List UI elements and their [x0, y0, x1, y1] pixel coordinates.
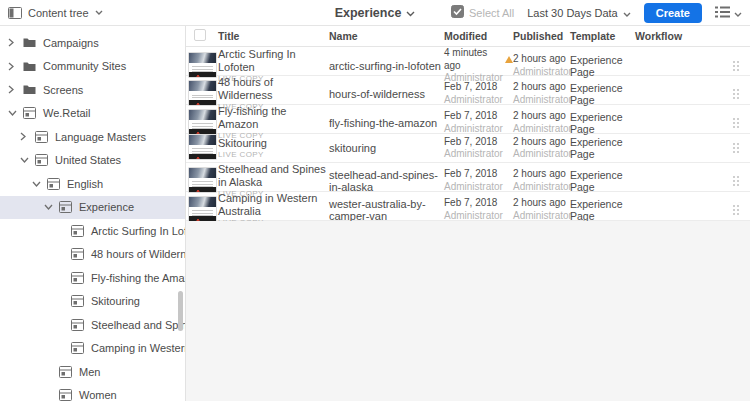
drag-handle-icon[interactable] — [732, 142, 740, 154]
top-toolbar: Content tree Experience Select All Las — [0, 0, 750, 26]
column-header-published: Published — [513, 30, 570, 42]
page-thumbnail[interactable] — [188, 80, 217, 106]
tree-item-label: Camping in Western Australia — [91, 342, 186, 354]
row-name: fly-fishing-the-amazon — [329, 117, 444, 129]
tree-item-english[interactable]: English — [0, 172, 185, 196]
row-modified-by: Administrator — [444, 123, 513, 136]
chevron-right-icon[interactable] — [20, 132, 35, 141]
tree-item-steelhead-and-spines-in-alaska[interactable]: Steelhead and Spines in Alaska — [0, 313, 185, 337]
row-published: 2 hours ago — [513, 110, 570, 123]
chevron-down-icon — [734, 7, 742, 19]
page-thumbnail[interactable] — [188, 167, 217, 193]
tree-item-label: 48 hours of Wilderness — [91, 248, 186, 260]
list-view-icon — [715, 6, 730, 20]
table-row-skitouring[interactable]: SkitouringLIVE COPYskitouringFeb 7, 2018… — [186, 134, 750, 163]
table-header: Title Name Modified Published Template W… — [186, 26, 750, 47]
row-title: Arctic Surfing In Lofoten — [218, 48, 329, 74]
chevron-right-icon[interactable] — [8, 85, 23, 94]
row-modified: Feb 7, 2018 — [444, 168, 513, 181]
sidebar-scrollbar-thumb[interactable] — [178, 291, 183, 331]
row-published: 2 hours ago — [513, 53, 570, 66]
table-row-wester-australia-by-camper-van[interactable]: Camping in Western AustraliaLIVE COPYwes… — [186, 192, 750, 221]
select-all-button[interactable]: Select All — [451, 5, 514, 20]
page-icon — [59, 201, 73, 213]
chevron-right-icon[interactable] — [8, 62, 23, 71]
row-modified: Feb 7, 2018 — [444, 136, 513, 149]
tree-item-we-retail[interactable]: We.Retail — [0, 102, 185, 126]
drag-handle-icon[interactable] — [732, 60, 740, 72]
drag-handle-icon[interactable] — [732, 204, 740, 216]
row-title: Steelhead and Spines in Alaska — [218, 163, 329, 189]
tree-item-experience[interactable]: Experience — [0, 196, 185, 220]
chevron-down-icon[interactable] — [8, 110, 23, 116]
tree-item-fly-fishing-the-amazon[interactable]: Fly-fishing the Amazon — [0, 266, 185, 290]
row-title: Fly-fishing the Amazon — [218, 105, 329, 131]
chevron-down-icon[interactable] — [44, 204, 59, 210]
row-name: arctic-surfing-in-lofoten — [329, 60, 444, 72]
tree-item-campaigns[interactable]: Campaigns — [0, 31, 185, 55]
drag-handle-icon[interactable] — [732, 88, 740, 100]
select-all-checkbox[interactable] — [194, 29, 206, 41]
column-header-workflow: Workflow — [635, 30, 722, 42]
row-modified-by: Administrator — [444, 181, 513, 194]
chevron-down-icon[interactable] — [32, 181, 47, 187]
page-icon — [71, 272, 85, 284]
tree-item-label: Steelhead and Spines in Alaska — [91, 319, 186, 331]
drag-handle-icon[interactable] — [732, 175, 740, 187]
page-thumbnail[interactable] — [188, 52, 217, 78]
content-tree-switcher[interactable]: Content tree — [8, 7, 103, 19]
page-icon — [71, 342, 85, 354]
tree-item-united-states[interactable]: United States — [0, 149, 185, 173]
tree-item-language-masters[interactable]: Language Masters — [0, 125, 185, 149]
chevron-down-icon — [623, 7, 631, 19]
tree-item-label: Language Masters — [55, 131, 146, 143]
row-published: 2 hours ago — [513, 197, 570, 210]
table-row-fly-fishing-the-amazon[interactable]: Fly-fishing the AmazonLIVE COPYfly-fishi… — [186, 105, 750, 134]
page-thumbnail[interactable] — [188, 134, 217, 160]
page-title-menu[interactable]: Experience — [335, 6, 416, 20]
tree-item-label: Screens — [43, 84, 83, 96]
folder-icon — [23, 37, 37, 48]
row-modified: Feb 7, 2018 — [444, 110, 513, 123]
row-template: Experience Page — [570, 54, 635, 78]
page-icon — [23, 107, 37, 119]
page-thumbnail[interactable] — [188, 196, 217, 222]
tree-item-men[interactable]: Men — [0, 360, 185, 384]
tree-item-label: Campaigns — [43, 37, 99, 49]
page-icon — [71, 225, 85, 237]
page-thumbnail[interactable] — [188, 109, 217, 135]
create-button[interactable]: Create — [644, 3, 702, 23]
tree-item-skitouring[interactable]: Skitouring — [0, 290, 185, 314]
page-icon — [71, 248, 85, 260]
chevron-down-icon[interactable] — [20, 157, 35, 163]
view-switcher[interactable] — [715, 6, 742, 20]
tree-item-screens[interactable]: Screens — [0, 78, 185, 102]
row-published: 2 hours ago — [513, 168, 570, 181]
drag-handle-icon[interactable] — [732, 117, 740, 129]
row-published: 2 hours ago — [513, 81, 570, 94]
tree-item-label: Women — [79, 389, 117, 401]
page-icon — [47, 178, 61, 190]
analytics-range-dropdown[interactable]: Last 30 Days Data — [527, 7, 631, 19]
row-template: Experience Page — [570, 82, 635, 106]
row-livecopy-badge: LIVE COPY — [218, 150, 329, 160]
chevron-right-icon[interactable] — [8, 38, 23, 47]
row-published-by: Administrator — [513, 181, 570, 194]
tree-item-community-sites[interactable]: Community Sites — [0, 55, 185, 79]
table-row-steelhead-and-spines-in-alaska[interactable]: Steelhead and Spines in AlaskaLIVE COPYs… — [186, 163, 750, 192]
tree-item-women[interactable]: Women — [0, 384, 185, 401]
row-template: Experience Page — [570, 169, 635, 193]
tree-item-48-hours-of-wilderness[interactable]: 48 hours of Wilderness — [0, 243, 185, 267]
tree-item-arctic-surfing-in-lofoten[interactable]: Arctic Surfing In Lofoten — [0, 219, 185, 243]
row-modified-by: Administrator — [444, 148, 513, 161]
column-header-modified: Modified — [444, 30, 513, 42]
table-row-arctic-surfing-in-lofoten[interactable]: Arctic Surfing In LofotenLIVE COPYarctic… — [186, 47, 750, 76]
folder-icon — [23, 84, 37, 95]
tree-item-camping-in-western-australia[interactable]: Camping in Western Australia — [0, 337, 185, 361]
toolbar-actions: Select All Last 30 Days Data Create — [451, 3, 742, 23]
table-body: Arctic Surfing In LofotenLIVE COPYarctic… — [186, 47, 750, 221]
row-title: Skitouring — [218, 137, 329, 150]
row-title: Camping in Western Australia — [218, 192, 329, 218]
row-published: 2 hours ago — [513, 136, 570, 149]
tree-item-label: Arctic Surfing In Lofoten — [91, 225, 186, 237]
